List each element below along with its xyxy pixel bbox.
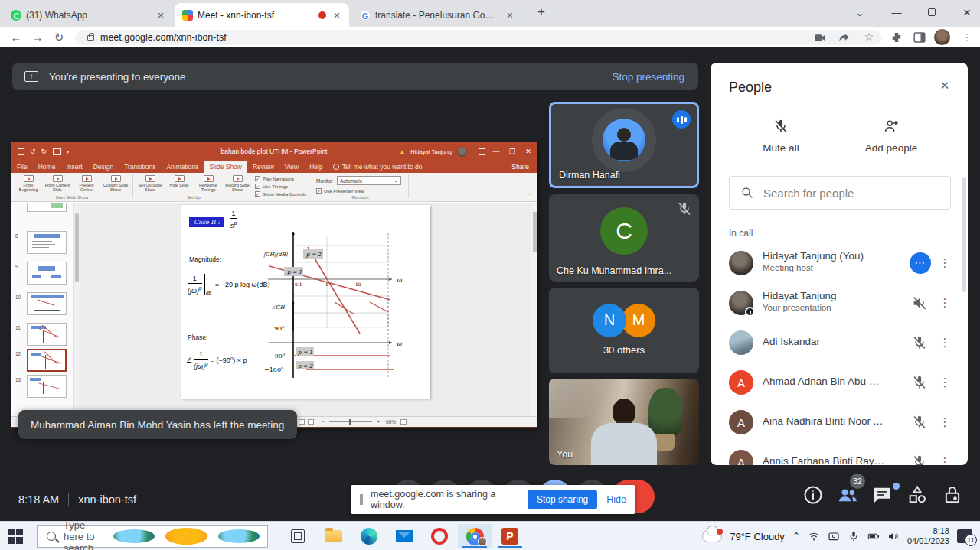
menu-insert[interactable]: Insert (60, 161, 87, 173)
ribbon-custom-slide-show[interactable]: Custom Slide Show (102, 174, 129, 194)
host-controls-icon[interactable] (942, 484, 963, 506)
drag-handle[interactable] (360, 494, 363, 505)
task-view-button[interactable] (291, 529, 305, 543)
participant-row[interactable]: Hidayat Tanjung (You) Meeting host ⋯ ⋮ (710, 243, 968, 283)
thumbnail-scrollbar[interactable] (73, 203, 80, 416)
wifi-icon[interactable] (808, 530, 820, 542)
taskbar-clock[interactable]: 8:18 04/01/2023 (907, 526, 949, 546)
close-people-panel-icon[interactable]: ✕ (934, 75, 956, 96)
window-close-button[interactable]: ✕ (956, 0, 978, 24)
slide-scrollbar[interactable] (531, 203, 537, 416)
extensions-icon[interactable] (890, 31, 903, 44)
slide-thumbnail[interactable] (27, 323, 67, 346)
ribbon-from-current-slide[interactable]: From Current Slide (44, 174, 71, 194)
share-icon[interactable] (838, 31, 851, 44)
others-tile[interactable]: N M 30 others (549, 288, 699, 373)
ribbon-display-options-icon[interactable] (479, 148, 485, 155)
slide-thumbnail[interactable] (27, 262, 67, 285)
participant-menu-icon[interactable]: ⋮ (936, 254, 954, 272)
mic-off-icon[interactable] (911, 334, 928, 351)
ribbon-rehearse-timings[interactable]: Rehearse Timings (194, 174, 222, 194)
checkbox-show-media-controls[interactable]: ✓Show Media Controls (255, 191, 306, 197)
menu-review[interactable]: Review (247, 161, 279, 173)
tab-meet[interactable]: Meet - xnn-ibon-tsf ✕ (175, 3, 349, 27)
edge-button[interactable] (352, 524, 386, 548)
file-explorer-button[interactable] (317, 524, 351, 548)
participant-menu-icon[interactable]: ⋮ (936, 373, 954, 392)
mute-all-button[interactable]: Mute all (735, 118, 827, 154)
stop-presenting-button[interactable]: Stop presenting (612, 71, 684, 83)
participant-row[interactable]: Adi Iskandar ⋮ (710, 323, 968, 363)
menu-slide-show[interactable]: Slide Show (204, 161, 247, 173)
self-video-tile[interactable]: You (549, 379, 699, 465)
participant-menu-icon[interactable]: ⋮ (936, 334, 954, 352)
side-panel-icon[interactable] (913, 31, 926, 44)
powerpoint-button[interactable]: P (493, 524, 527, 548)
participant-row[interactable]: Hidayat Tanjung Your presentation ⋮ (710, 283, 968, 323)
meet-now-icon[interactable] (828, 530, 840, 542)
participant-menu-icon[interactable]: ⋮ (936, 453, 954, 465)
activities-icon[interactable] (906, 484, 928, 506)
menu-design[interactable]: Design (88, 161, 119, 173)
participant-row[interactable]: A Ahmad Adnan Bin Abu Ba... ⋮ (710, 363, 968, 402)
audio-off-icon[interactable] (911, 295, 928, 311)
speaker-icon[interactable] (887, 530, 900, 542)
forward-button[interactable]: → (29, 29, 46, 46)
menu-help[interactable]: Help (304, 161, 328, 173)
ribbon-record-slide-show[interactable]: Record Slide Show (224, 174, 251, 194)
battery-icon[interactable] (867, 530, 880, 542)
chrome-button[interactable] (458, 524, 492, 548)
url-text[interactable]: meet.google.com/xnn-ibon-tsf (100, 32, 227, 43)
checkbox-use-timings[interactable]: ✓Use Timings (255, 184, 288, 189)
people-search-box[interactable] (729, 176, 951, 210)
participant-row[interactable]: A Annis Farhana Binti Raya... ⋮ (710, 442, 968, 465)
back-button[interactable]: ← (8, 29, 24, 46)
window-restore-button[interactable] (920, 0, 943, 24)
ppt-minimize-button[interactable]: — (491, 148, 501, 155)
zoom-out-icon[interactable]: − (322, 419, 325, 425)
menu-file[interactable]: File (11, 161, 33, 173)
slide-thumbnail-selected[interactable] (27, 349, 67, 372)
bookmark-star-icon[interactable]: ☆ (861, 28, 877, 45)
ppt-share-button[interactable]: Share (511, 163, 529, 171)
meeting-details-icon[interactable] (802, 484, 824, 506)
reload-button[interactable]: ↻ (51, 29, 67, 46)
tab-capture-camera-icon[interactable] (813, 31, 827, 44)
reading-view-icon[interactable] (299, 419, 305, 425)
browser-menu-icon[interactable]: ⋮ (960, 29, 974, 46)
more-actions-blue-icon[interactable]: ⋯ (910, 252, 931, 274)
slide-thumbnail[interactable] (27, 231, 67, 254)
menu-transitions[interactable]: Transitions (119, 161, 161, 173)
start-button[interactable] (8, 529, 23, 544)
address-bar[interactable]: meet.google.com/xnn-ibon-tsf (75, 30, 882, 45)
zoom-slider[interactable] (329, 421, 372, 422)
mic-off-icon[interactable] (911, 454, 928, 465)
participant-menu-icon[interactable]: ⋮ (936, 294, 954, 312)
participant-row[interactable]: A Aina Nadhira Binti Noor A... ⋮ (710, 402, 968, 442)
zoom-in-icon[interactable]: + (377, 419, 380, 425)
people-scrollbar[interactable] (962, 177, 966, 292)
tell-me-box[interactable]: Tell me what you want to do (342, 163, 512, 171)
people-search-input[interactable] (763, 187, 950, 200)
new-tab-button[interactable]: + (530, 0, 553, 24)
ribbon-hide-slide[interactable]: Hide Slide (165, 174, 193, 194)
slideshow-view-icon[interactable] (308, 419, 314, 425)
opera-button[interactable] (423, 524, 456, 548)
menu-animations[interactable]: Animations (161, 161, 204, 173)
monitor-dropdown[interactable]: Automatic⌄ (337, 176, 401, 185)
stop-sharing-button[interactable]: Stop sharing (528, 490, 597, 509)
tab-close-icon[interactable]: ✕ (155, 9, 167, 21)
mic-off-icon[interactable] (911, 414, 928, 431)
chat-icon[interactable] (871, 484, 893, 506)
slide-thumbnail[interactable] (27, 375, 67, 398)
video-tile-dirman[interactable]: Dirman Hanafi (549, 102, 699, 188)
weather-text[interactable]: 79°F Cloudy (730, 531, 785, 542)
notification-center-icon[interactable]: 11 (957, 529, 972, 543)
ppt-close-button[interactable]: ✕ (523, 148, 534, 155)
ppt-user-avatar[interactable] (457, 147, 467, 157)
tab-close-icon[interactable]: ✕ (331, 9, 343, 21)
ribbon-set-up-slide-show[interactable]: Set Up Slide Show (136, 174, 164, 194)
participant-menu-icon[interactable]: ⋮ (936, 413, 954, 431)
fit-slide-icon[interactable] (400, 419, 407, 425)
warning-icon[interactable]: ▲ (399, 148, 405, 155)
